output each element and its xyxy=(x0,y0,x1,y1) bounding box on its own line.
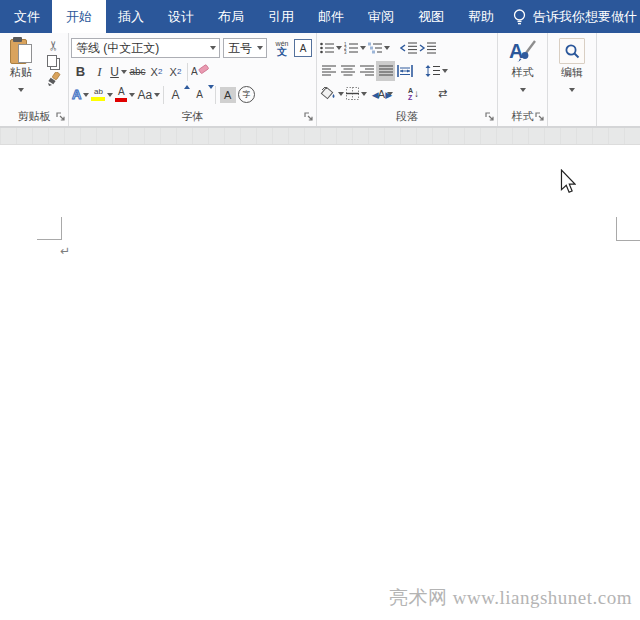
shading-bucket-icon xyxy=(320,87,336,100)
paste-button[interactable]: 粘贴 xyxy=(2,36,40,107)
underline-button[interactable]: U xyxy=(109,62,128,82)
font-name-value: 等线 (中文正文) xyxy=(76,40,208,57)
bullets-icon xyxy=(320,42,334,54)
page-margin-corner-right xyxy=(616,217,640,241)
numbering-button[interactable]: 1 2 3 xyxy=(343,38,367,58)
italic-button[interactable]: I xyxy=(90,62,109,82)
cut-icon[interactable]: ✂ xyxy=(47,40,60,51)
phonetic-guide-button[interactable]: wén 文 xyxy=(271,38,293,58)
text-effects-button[interactable]: A xyxy=(71,85,90,105)
decrease-indent-icon xyxy=(400,42,417,54)
distribute-text-icon xyxy=(397,65,413,77)
bold-button[interactable]: B xyxy=(71,62,90,82)
multilevel-list-button[interactable] xyxy=(367,38,391,58)
site-watermark: 亮术网 www.liangshunet.com xyxy=(389,585,632,611)
styles-dialog-launcher[interactable] xyxy=(535,112,545,122)
tell-me-box[interactable]: 告诉我你想要做什 xyxy=(512,0,637,33)
tab-file[interactable]: 文件 xyxy=(2,0,52,33)
styles-label: 样式 xyxy=(512,65,534,80)
paste-dropdown[interactable] xyxy=(17,80,26,100)
search-icon xyxy=(564,43,580,59)
show-hide-marks-button[interactable]: ⇄ xyxy=(433,84,452,104)
editing-label: 编辑 xyxy=(561,65,583,80)
change-case-button[interactable]: Aa xyxy=(136,85,161,105)
borders-icon xyxy=(346,87,359,100)
page-margin-corner-left xyxy=(37,217,62,240)
tab-review[interactable]: 审阅 xyxy=(356,0,406,33)
decrease-indent-button[interactable] xyxy=(399,38,418,58)
group-editing: 编辑 xyxy=(548,33,597,126)
character-border-button[interactable]: A xyxy=(293,38,313,58)
clipboard-group-label: 剪贴板 xyxy=(18,109,51,124)
align-right-button[interactable] xyxy=(357,61,376,81)
font-color-bar xyxy=(115,98,127,102)
align-center-button[interactable] xyxy=(338,61,357,81)
highlight-color-button[interactable]: ab xyxy=(90,85,114,105)
highlight-color-bar xyxy=(91,97,105,101)
subscript-button[interactable]: X2 xyxy=(147,62,166,82)
line-spacing-icon xyxy=(425,65,440,77)
font-dialog-launcher[interactable] xyxy=(304,112,314,122)
svg-text:3: 3 xyxy=(344,50,347,54)
copy-icon[interactable] xyxy=(47,55,60,69)
clear-formatting-button[interactable]: A xyxy=(190,62,210,82)
search-icon-box xyxy=(559,38,585,64)
strikethrough-button[interactable]: abc xyxy=(128,62,147,82)
tab-mailings[interactable]: 邮件 xyxy=(306,0,356,33)
editing-button[interactable]: 编辑 xyxy=(550,36,594,100)
font-size-dropdown[interactable] xyxy=(255,38,264,58)
paragraph-group-label: 段落 xyxy=(396,109,418,124)
enclose-characters-button[interactable]: 字 xyxy=(237,85,256,105)
tab-insert[interactable]: 插入 xyxy=(106,0,156,33)
ribbon: 粘贴 ✂ 剪贴板 xyxy=(0,33,640,128)
format-painter-icon[interactable] xyxy=(46,72,61,87)
font-name-dropdown[interactable] xyxy=(208,38,217,58)
svg-text:A: A xyxy=(509,40,523,62)
numbering-icon: 1 2 3 xyxy=(344,42,358,54)
styles-group-label: 样式 xyxy=(512,109,534,124)
eraser-icon: A xyxy=(191,64,209,79)
group-paragraph: 1 2 3 xyxy=(317,33,498,126)
asian-layout-button[interactable]: ◀A▶ xyxy=(376,84,395,104)
multilevel-list-icon xyxy=(368,42,382,54)
group-styles: A 样式 样式 xyxy=(498,33,548,126)
tell-me-label: 告诉我你想要做什 xyxy=(533,8,637,26)
document-page[interactable]: ↵ 亮术网 www.liangshunet.com xyxy=(0,145,640,620)
tab-home[interactable]: 开始 xyxy=(52,0,106,33)
editing-dropdown[interactable] xyxy=(568,80,577,100)
tab-design[interactable]: 设计 xyxy=(156,0,206,33)
tab-layout[interactable]: 布局 xyxy=(206,0,256,33)
shading-button[interactable] xyxy=(319,84,345,104)
font-name-combobox[interactable]: 等线 (中文正文) xyxy=(71,38,220,58)
styles-icon: A xyxy=(508,38,538,64)
group-clipboard: 粘贴 ✂ 剪贴板 xyxy=(0,33,69,126)
superscript-button[interactable]: X2 xyxy=(166,62,185,82)
paragraph-dialog-launcher[interactable] xyxy=(485,112,495,122)
justify-button[interactable] xyxy=(376,61,395,81)
paste-label: 粘贴 xyxy=(10,65,32,80)
increase-indent-button[interactable] xyxy=(418,38,437,58)
font-group-label: 字体 xyxy=(182,109,204,124)
character-shading-button[interactable]: A xyxy=(218,85,237,105)
clipboard-dialog-launcher[interactable] xyxy=(56,112,66,122)
font-size-value: 五号 xyxy=(228,40,255,57)
borders-button[interactable] xyxy=(345,84,368,104)
styles-button[interactable]: A 样式 xyxy=(500,36,545,100)
distribute-text-button[interactable] xyxy=(395,61,414,81)
bullets-button[interactable] xyxy=(319,38,343,58)
tab-help[interactable]: 帮助 xyxy=(456,0,506,33)
tab-references[interactable]: 引用 xyxy=(256,0,306,33)
font-size-combobox[interactable]: 五号 xyxy=(223,38,267,58)
align-left-button[interactable] xyxy=(319,61,338,81)
styles-dropdown[interactable] xyxy=(518,80,527,100)
font-color-button[interactable]: A xyxy=(114,85,136,105)
tab-view[interactable]: 视图 xyxy=(406,0,456,33)
shrink-font-button[interactable]: A xyxy=(190,85,209,105)
sort-button[interactable]: AZ ↓ xyxy=(404,84,423,104)
paste-icon xyxy=(10,37,32,64)
line-spacing-button[interactable] xyxy=(424,61,449,81)
justify-icon xyxy=(379,65,393,76)
ribbon-empty-area xyxy=(597,33,640,126)
paragraph-mark: ↵ xyxy=(60,244,70,258)
grow-font-button[interactable]: A xyxy=(166,85,185,105)
